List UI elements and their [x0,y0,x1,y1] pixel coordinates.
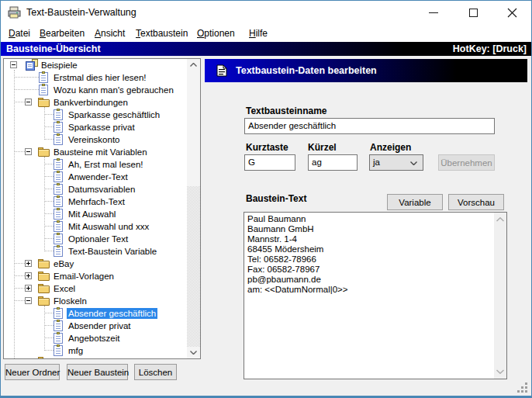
tree-item[interactable]: Sparkasse geschäftlich [4,109,187,121]
tree-item[interactable]: mfg [4,344,187,357]
tree-item[interactable]: Beispiele [4,59,187,71]
menu-textbaustein[interactable]: Textbaustein [136,28,188,39]
tree-item-label[interactable]: Excel [54,283,75,294]
tree-item[interactable]: Bausteine mit Variablen [4,146,187,158]
tree-expand-box[interactable] [25,297,32,304]
folder-icon [38,357,50,359]
shortkey-input[interactable]: G [244,154,295,171]
window-title: Text-Baustein-Verwaltung [26,7,136,18]
show-dropdown[interactable]: ja [369,154,423,171]
tree-item[interactable]: Datumsvariablen [4,183,187,196]
menu-ansicht[interactable]: Ansicht [95,28,125,39]
abbrev-input[interactable]: ag [308,154,358,171]
tree-expand-box[interactable] [25,148,32,155]
tree-item-label[interactable]: Text-Baustein Variable [68,246,157,257]
minimize-button[interactable] [416,1,451,24]
menu-datei[interactable]: Datei [9,28,30,39]
folder-icon [38,272,50,281]
tree-expand-box[interactable] [25,260,32,267]
folder-icon [38,147,50,157]
show-label: Anzeigen [370,142,411,153]
resize-grip[interactable] [525,390,527,393]
scroll-up-icon[interactable] [496,217,504,222]
tree-item[interactable]: Vereinskonto [4,133,187,146]
tree-item[interactable]: Anwender-Text [4,171,187,183]
overview-header-bar: Bausteine-Übersicht HotKey: [Druck] [1,42,531,56]
folder-icon [38,284,50,293]
tree-item[interactable]: Email-Vorlagen [4,270,187,282]
tree-item[interactable] [4,357,187,359]
tree-item-label[interactable]: Ah, Erst mal lesen! [68,159,143,170]
body-textarea[interactable]: Paul Baumann Baumann GmbH Mannstr. 1-4 6… [244,212,507,379]
tree-item[interactable]: Ah, Erst mal lesen! [4,158,187,171]
tree-item[interactable]: Mit Auswahl [4,208,187,220]
tree-item-label[interactable]: Email-Vorlagen [54,271,114,282]
tree-item[interactable]: Wozu kann man's gebrauchen [4,84,187,96]
snippet-icon [54,333,63,344]
tree-item[interactable]: Optionaler Text [4,233,187,245]
tree-item-label[interactable]: Datumsvariablen [68,184,135,195]
tree-item[interactable]: Text-Baustein Variable [4,245,187,258]
scroll-down-icon[interactable] [496,369,504,374]
menu-bar: Datei Bearbeiten Ansicht Textbaustein Op… [1,24,531,42]
tree-scrollbar[interactable] [187,59,200,358]
tree-item-label[interactable]: Bankverbindungen [54,97,128,108]
tree-item-label[interactable]: Anwender-Text [68,171,128,182]
tree-expand-box[interactable] [25,272,32,279]
tree-item-label[interactable]: Wozu kann man's gebrauchen [54,85,174,95]
app-icon [8,6,21,19]
tree-item-label[interactable]: Absender geschäftlich [67,308,157,319]
tree-item[interactable]: Excel [4,282,187,295]
snippet-icon [54,122,63,133]
document-icon [216,64,227,77]
close-button[interactable] [494,1,530,24]
delete-button[interactable]: Löschen [134,364,177,380]
tree-item-label[interactable]: Mit Auswahl und xxx [68,221,149,232]
tree-item-label[interactable]: Beispiele [41,60,78,71]
maximize-icon [469,9,478,17]
tree-item[interactable]: eBay [4,258,187,270]
tree-item[interactable]: Sparkasse privat [4,121,187,133]
tree-item-label[interactable]: Mit Auswahl [68,209,116,220]
window-content: Text-Baustein-Verwaltung Datei Bearbeite… [1,1,531,396]
tree-item-label[interactable]: Bausteine mit Variablen [54,147,147,157]
variable-button[interactable]: Variable [387,194,443,210]
tree-item-label[interactable]: Sparkasse privat [68,122,135,133]
maximize-button[interactable] [455,1,491,24]
tree-item[interactable]: Floskeln [4,295,187,307]
tree-item-label[interactable]: Sparkasse geschäftlich [68,109,160,120]
tree-item-label[interactable]: Absender privat [68,320,131,331]
tree-item[interactable]: Absender geschäftlich [4,307,187,320]
tree-expand-box[interactable] [10,61,17,68]
tree-item-label[interactable]: Erstmal dies hier lesen! [54,72,147,83]
menu-bearbeiten[interactable]: Bearbeiten [40,28,85,39]
tree-item-label[interactable]: Vereinskonto [68,134,120,145]
scroll-down-icon[interactable] [190,351,197,355]
tree-expand-box[interactable] [25,99,32,106]
apply-button[interactable]: Übernehmen [438,154,495,171]
new-snippet-button[interactable]: Neuer Baustein [67,364,128,380]
textarea-scrollbar[interactable] [494,213,506,379]
tree-expand-box[interactable] [25,285,32,292]
tree-item[interactable]: Angebotszeit [4,332,187,344]
tree-item-label[interactable]: Floskeln [54,296,87,306]
overview-title: Bausteine-Übersicht [6,43,101,54]
tree-item-label[interactable]: Angebotszeit [68,333,120,344]
new-folder-button[interactable]: Neuer Ordner [5,364,60,380]
tree-item[interactable]: Bankverbindungen [4,96,187,109]
tree-item-label[interactable]: mfg [68,345,83,356]
tree-item[interactable]: Mehrfach-Text [4,196,187,208]
tree-item[interactable]: Mit Auswahl und xxx [4,220,187,233]
scroll-up-icon[interactable] [190,63,197,67]
preview-button[interactable]: Vorschau [448,194,504,210]
tree-item[interactable]: Erstmal dies hier lesen! [4,71,187,84]
root-icon [26,59,39,71]
tree-item-label[interactable]: Mehrfach-Text [68,196,125,207]
tree-item[interactable]: Absender privat [4,320,187,332]
name-input[interactable]: Absender geschäftlich [244,118,495,134]
menu-hilfe[interactable]: Hilfe [249,28,268,39]
tree-scrollbar-track[interactable] [187,186,200,347]
tree-item-label[interactable]: eBay [54,258,74,269]
menu-optionen[interactable]: Optionen [197,28,235,39]
tree-item-label[interactable]: Optionaler Text [68,234,128,244]
